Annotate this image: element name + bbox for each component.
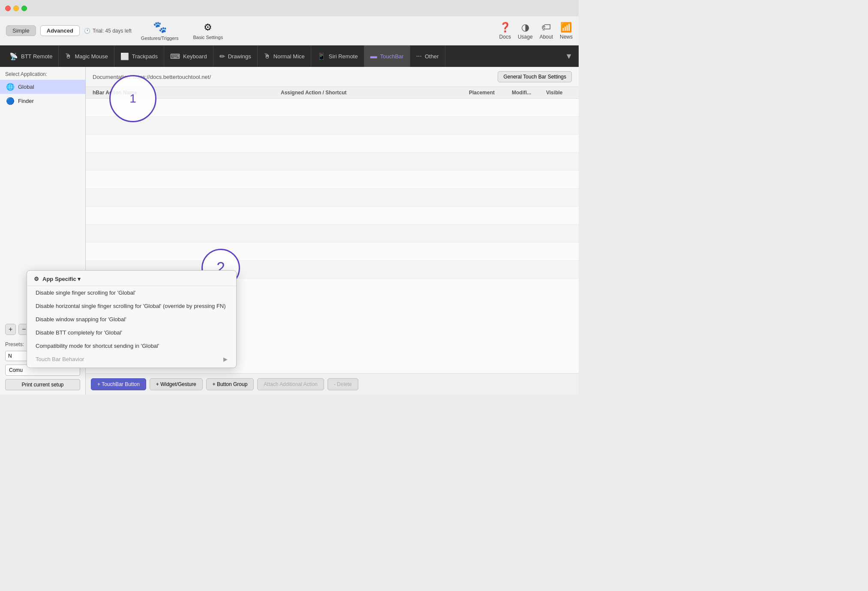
device-tab-btt-remote[interactable]: 📡 BTT Remote — [3, 45, 59, 67]
docs-btn[interactable]: ❓ Docs — [499, 22, 511, 40]
basic-settings-btn[interactable]: ⚙ Basic Settings — [188, 20, 228, 42]
delete-button[interactable]: - Delete — [327, 378, 358, 390]
table-row — [86, 153, 579, 171]
add-group-button[interactable]: + Button Group — [206, 378, 254, 390]
news-btn[interactable]: 📶 News — [560, 22, 573, 40]
trackpads-label: Trackpads — [132, 53, 158, 60]
add-touchbar-button[interactable]: + TouchBar Button — [91, 378, 146, 390]
add-app-button[interactable]: + — [5, 324, 16, 335]
traffic-lights — [5, 6, 27, 11]
drawings-icon: ✏ — [219, 52, 225, 60]
sidebar-header: Select Application: — [0, 67, 85, 80]
device-tab-trackpads[interactable]: ⬜ Trackpads — [114, 45, 164, 67]
sidebar-item-finder-label: Finder — [18, 98, 34, 104]
toolbar-left: Simple Advanced 🕐 Trial: 45 days left 🐾 … — [6, 19, 228, 42]
title-bar — [0, 0, 579, 16]
about-btn[interactable]: 🏷 About — [540, 22, 553, 40]
attach-action-button[interactable]: Attach Additional Action — [257, 378, 324, 390]
device-tab-magic-mouse[interactable]: 🖱 Magic Mouse — [59, 45, 114, 67]
table-row — [86, 99, 579, 117]
gear-icon: ⚙ — [204, 22, 212, 33]
table-row — [86, 117, 579, 135]
context-item-disable-scroll[interactable]: Disable single finger scrolling for 'Glo… — [27, 286, 236, 299]
table-header: hBar Action Name Assigned Action / Short… — [86, 87, 579, 99]
siri-remote-label: Siri Remote — [329, 53, 358, 60]
tag-icon: 🏷 — [541, 22, 551, 33]
btt-remote-icon: 📡 — [9, 52, 18, 60]
context-menu: ⚙ App Specific ▾ Disable single finger s… — [27, 270, 237, 368]
context-menu-title: App Specific ▾ — [42, 276, 81, 282]
table-row — [86, 225, 579, 243]
magic-mouse-label: Magic Mouse — [75, 53, 108, 60]
toolbar: Simple Advanced 🕐 Trial: 45 days left 🐾 … — [0, 16, 579, 45]
touchbar-behavior-label: Touch Bar Behavior — [36, 356, 84, 362]
trial-badge: 🕐 Trial: 45 days left — [84, 28, 132, 34]
trial-text: Trial: 45 days left — [93, 28, 132, 34]
global-icon: 🌐 — [6, 83, 15, 91]
doc-link: Documentation: https://docs.bettertoucht… — [93, 74, 211, 80]
context-item-disable-h-scroll[interactable]: Disable horizontal single finger scrolli… — [27, 299, 236, 313]
table-row — [86, 189, 579, 207]
device-tab-siri-remote[interactable]: 📱 Siri Remote — [311, 45, 364, 67]
normal-mice-icon: 🖱 — [264, 52, 270, 60]
col-action-header: Assigned Action / Shortcut — [281, 90, 469, 96]
wifi-icon: 📶 — [560, 22, 572, 33]
context-item-compat[interactable]: Compatibility mode for shortcut sending … — [27, 339, 236, 353]
usage-btn[interactable]: ◑ Usage — [518, 22, 533, 40]
context-item-disable-snap[interactable]: Disable window snapping for 'Global' — [27, 313, 236, 326]
docs-label: Docs — [499, 34, 511, 40]
other-icon: ··· — [416, 52, 422, 60]
paw-icon: 🐾 — [153, 21, 167, 34]
table-row — [86, 207, 579, 225]
context-item-touchbar-behavior: Touch Bar Behavior ▶ — [27, 353, 236, 366]
sidebar-item-global-label: Global — [18, 84, 34, 90]
context-item-disable-btt[interactable]: Disable BTT completely for 'Global' — [27, 326, 236, 339]
device-tab-other[interactable]: ··· Other — [410, 45, 445, 67]
device-tabs: 📡 BTT Remote 🖱 Magic Mouse ⬜ Trackpads ⌨… — [0, 45, 579, 67]
touchbar-icon: ▬ — [370, 52, 377, 60]
normal-mice-label: Normal Mice — [273, 53, 305, 60]
device-tab-normal-mice[interactable]: 🖱 Normal Mice — [258, 45, 311, 67]
table-row — [86, 135, 579, 153]
submenu-arrow-icon: ▶ — [223, 356, 228, 362]
magic-mouse-icon: 🖱 — [65, 52, 72, 60]
finder-icon: 🔵 — [6, 97, 15, 105]
gestures-label: Gestures/Triggers — [141, 36, 179, 41]
sidebar-item-global[interactable]: 🌐 Global — [0, 80, 85, 94]
context-menu-header[interactable]: ⚙ App Specific ▾ — [27, 272, 236, 286]
close-button[interactable] — [5, 6, 11, 11]
add-widget-button[interactable]: + Widget/Gesture — [150, 378, 203, 390]
minimize-button[interactable] — [13, 6, 19, 11]
bottom-bar: + TouchBar Button + Widget/Gesture + But… — [86, 373, 579, 395]
col-modifi-header: Modifi... — [512, 90, 546, 96]
trackpads-icon: ⬜ — [120, 52, 129, 60]
usage-label: Usage — [518, 34, 533, 40]
device-tab-keyboard[interactable]: ⌨ Keyboard — [164, 45, 213, 67]
col-placement-header: Placement — [469, 90, 512, 96]
btt-remote-label: BTT Remote — [21, 53, 52, 60]
news-label: News — [560, 34, 573, 40]
keyboard-label: Keyboard — [183, 53, 207, 60]
chart-icon: ◑ — [521, 22, 529, 33]
tabs-scroll-right[interactable]: ▼ — [562, 52, 575, 61]
sidebar-item-finder[interactable]: 🔵 Finder — [0, 94, 85, 108]
table-row — [86, 243, 579, 261]
print-button[interactable]: Print current setup — [5, 379, 80, 390]
simple-tab[interactable]: Simple — [6, 25, 36, 36]
siri-remote-icon: 📱 — [317, 52, 326, 60]
touchbar-label: TouchBar — [380, 53, 404, 60]
advanced-tab[interactable]: Advanced — [40, 25, 80, 36]
other-label: Other — [425, 53, 439, 60]
device-tab-drawings[interactable]: ✏ Drawings — [213, 45, 258, 67]
keyboard-icon: ⌨ — [170, 52, 180, 60]
content-header: Documentation: https://docs.bettertoucht… — [86, 67, 579, 87]
col-name-header: hBar Action Name — [93, 90, 281, 96]
col-visible-header: Visible — [546, 90, 572, 96]
drawings-label: Drawings — [228, 53, 251, 60]
clock-icon: 🕐 — [84, 28, 90, 34]
gestures-triggers-btn[interactable]: 🐾 Gestures/Triggers — [136, 19, 184, 42]
toolbar-right: ❓ Docs ◑ Usage 🏷 About 📶 News — [499, 22, 573, 40]
fullscreen-button[interactable] — [21, 6, 27, 11]
device-tab-touchbar[interactable]: ▬ TouchBar — [364, 45, 410, 67]
general-touch-bar-settings-button[interactable]: General Touch Bar Settings — [498, 71, 572, 82]
